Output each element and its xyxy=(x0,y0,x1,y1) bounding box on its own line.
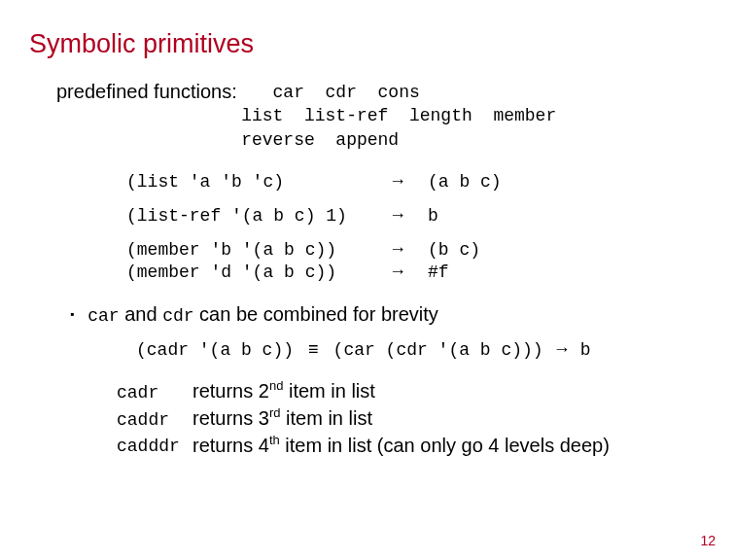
example-expr: (member 'b '(a b c)) xyxy=(126,240,389,260)
shortcut-text: returns 3rd item in list xyxy=(192,404,372,432)
example-row: (list 'a 'b 'c) → (a b c) xyxy=(126,171,706,192)
code-cdr: cdr xyxy=(162,306,193,326)
bullet-text: car and cdr can be combined for brevity xyxy=(88,303,438,326)
example-row: (list-ref '(a b c) 1) → b xyxy=(126,205,706,226)
fn-line-2: list list-ref length member xyxy=(241,104,556,127)
fn-line-1: car cdr cons xyxy=(241,81,556,104)
cadr-result: b xyxy=(580,340,591,360)
slide-title: Symbolic primitives xyxy=(29,29,706,59)
shortcut-list: cadr returns 2nd item in list caddr retu… xyxy=(117,377,706,459)
example-result: #f xyxy=(428,262,449,282)
bullet-icon: ▪ xyxy=(70,307,74,321)
arrow-icon: → xyxy=(553,339,571,359)
page-number: 12 xyxy=(700,533,716,548)
arrow-icon: → xyxy=(389,205,428,226)
arrow-icon: → xyxy=(389,171,428,192)
shortcut-row: cadddr returns 4th item in list (can onl… xyxy=(117,432,706,459)
example-row: (member 'b '(a b c)) → (b c) xyxy=(126,239,706,260)
example-expr: (list 'a 'b 'c) xyxy=(126,172,389,192)
cadr-left: (cadr '(a b c)) xyxy=(136,340,294,360)
shortcut-text: returns 2nd item in list xyxy=(192,377,375,404)
example-expr: (list-ref '(a b c) 1) xyxy=(126,206,389,226)
arrow-icon: → xyxy=(389,262,428,282)
arrow-icon: → xyxy=(389,239,428,260)
shortcut-row: caddr returns 3rd item in list xyxy=(117,404,706,432)
shortcut-row: cadr returns 2nd item in list xyxy=(117,377,706,404)
function-list: car cdr cons list list-ref length member… xyxy=(241,81,556,152)
example-expr: (member 'd '(a b c)) xyxy=(126,262,389,282)
shortcut-text: returns 4th item in list (can only go 4 … xyxy=(192,432,610,459)
example-result: (a b c) xyxy=(428,172,502,192)
shortcut-code: cadddr xyxy=(117,435,192,458)
predefined-label: predefined functions: xyxy=(56,81,237,103)
code-car: car xyxy=(88,306,119,326)
example-result: b xyxy=(428,206,438,226)
predefined-functions-block: predefined functions: car cdr cons list … xyxy=(56,81,706,152)
shortcut-code: caddr xyxy=(117,408,192,432)
slide: Symbolic primitives predefined functions… xyxy=(0,0,735,560)
equiv-icon: ≡ xyxy=(308,339,319,359)
fn-line-3: reverse append xyxy=(241,128,556,152)
bullet-item: ▪ car and cdr can be combined for brevit… xyxy=(70,303,706,326)
example-result: (b c) xyxy=(428,240,480,260)
examples-block: (list 'a 'b 'c) → (a b c) (list-ref '(a … xyxy=(126,171,706,282)
cadr-equivalence: (cadr '(a b c)) ≡ (car (cdr '(a b c))) →… xyxy=(136,339,706,360)
cadr-right: (car (cdr '(a b c))) xyxy=(333,340,543,360)
shortcut-code: cadr xyxy=(117,381,192,404)
example-row: (member 'd '(a b c)) → #f xyxy=(126,262,706,282)
